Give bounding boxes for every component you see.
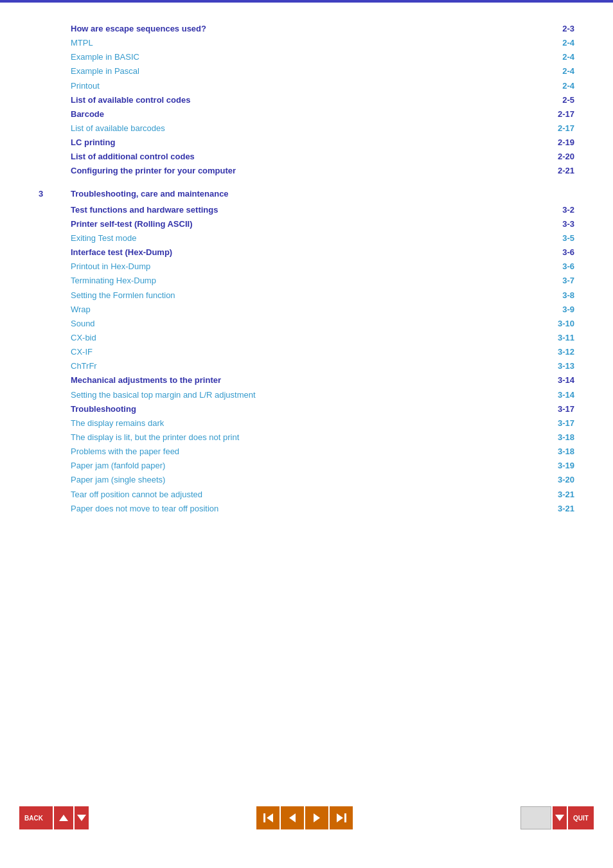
toc-page: 3-3: [536, 217, 574, 231]
toc-row[interactable]: ChTrFr3-13: [39, 359, 574, 373]
toc-row[interactable]: LC printing2-19: [39, 136, 574, 150]
toc-row[interactable]: How are escape sequences used?2-3: [39, 22, 574, 36]
toc-indent: [39, 488, 71, 502]
back-button[interactable]: BACK: [19, 806, 53, 829]
toc-label[interactable]: Barcode: [71, 107, 536, 121]
toc-row[interactable]: List of available control codes2-5: [39, 93, 574, 107]
quit-label: QUIT: [573, 815, 589, 822]
toc-row[interactable]: The display remains dark3-17: [39, 416, 574, 430]
toc-row[interactable]: MTPL2-4: [39, 36, 574, 50]
toc-page: 3-17: [536, 402, 574, 416]
toc-label[interactable]: Terminating Hex-Dump: [71, 274, 536, 288]
toc-label[interactable]: Test functions and hardware settings: [71, 203, 536, 217]
toc-indent: [39, 331, 71, 345]
toc-row[interactable]: Mechanical adjustments to the printer3-1…: [39, 373, 574, 387]
toc-row[interactable]: Exiting Test mode3-5: [39, 231, 574, 245]
toc-row[interactable]: The display is lit, but the printer does…: [39, 430, 574, 445]
toc-row[interactable]: CX-bid3-11: [39, 331, 574, 345]
toc-row[interactable]: Wrap3-9: [39, 303, 574, 317]
toc-row[interactable]: Terminating Hex-Dump3-7: [39, 274, 574, 288]
toc-page: 3-6: [536, 245, 574, 260]
toc-label[interactable]: CX-bid: [71, 331, 536, 345]
chapter3-number: 3: [39, 179, 71, 203]
toc-page: 3-21: [536, 488, 574, 502]
toc-page: 3-5: [536, 231, 574, 245]
toc-row[interactable]: Printout in Hex-Dump3-6: [39, 260, 574, 274]
first-page-button[interactable]: [256, 806, 280, 829]
toc-label[interactable]: Paper does not move to tear off position: [71, 502, 536, 516]
toc-indent: [39, 473, 71, 487]
toc-row[interactable]: Example in BASIC2-4: [39, 50, 574, 64]
toc-row[interactable]: Setting the Formlen function3-8: [39, 288, 574, 303]
toc-label[interactable]: Interface test (Hex-Dump): [71, 245, 536, 260]
toc-page: 3-17: [536, 416, 574, 430]
toc-label[interactable]: Tear off position cannot be adjusted: [71, 488, 536, 502]
toc-indent: [39, 217, 71, 231]
toc-label[interactable]: How are escape sequences used?: [71, 22, 536, 36]
toc-row[interactable]: Printer self-test (Rolling ASCII)3-3: [39, 217, 574, 231]
toc-row[interactable]: Paper jam (single sheets)3-20: [39, 473, 574, 487]
toc-label[interactable]: Exiting Test mode: [71, 231, 536, 245]
toc-page: 3-13: [536, 359, 574, 373]
scroll-up-button[interactable]: [54, 806, 73, 829]
toc-label[interactable]: CX-IF: [71, 345, 536, 359]
toc-label[interactable]: List of available barcodes: [71, 121, 536, 136]
toc-row[interactable]: Troubleshooting3-17: [39, 402, 574, 416]
toc-row[interactable]: Configuring the printer for your compute…: [39, 164, 574, 178]
toc-label[interactable]: Printer self-test (Rolling ASCII): [71, 217, 536, 231]
quit-down-arrow[interactable]: [553, 806, 567, 829]
toc-label[interactable]: ChTrFr: [71, 359, 536, 373]
toc-indent: [39, 121, 71, 136]
toc-label[interactable]: Example in Pascal: [71, 64, 536, 78]
toc-row[interactable]: CX-IF3-12: [39, 345, 574, 359]
toc-label[interactable]: List of additional control codes: [71, 150, 536, 164]
quit-button[interactable]: QUIT: [568, 806, 594, 829]
toc-label[interactable]: Setting the Formlen function: [71, 288, 536, 303]
toc-label[interactable]: Problems with the paper feed: [71, 445, 536, 459]
toc-row[interactable]: Example in Pascal2-4: [39, 64, 574, 78]
toc-label[interactable]: List of available control codes: [71, 93, 536, 107]
last-page-button[interactable]: [330, 806, 353, 829]
toc-page: 3-14: [536, 388, 574, 402]
toc-row[interactable]: Sound3-10: [39, 317, 574, 331]
toc-label[interactable]: Paper jam (single sheets): [71, 473, 536, 487]
toc-row[interactable]: Test functions and hardware settings3-2: [39, 203, 574, 217]
toc-row[interactable]: Setting the basical top margin and L/R a…: [39, 388, 574, 402]
toc-row[interactable]: Paper jam (fanfold paper)3-19: [39, 459, 574, 473]
toc-label[interactable]: Configuring the printer for your compute…: [71, 164, 536, 178]
toc-label[interactable]: Sound: [71, 317, 536, 331]
prev-page-button[interactable]: [281, 806, 304, 829]
toc-indent: [39, 79, 71, 93]
toc-row[interactable]: Printout2-4: [39, 79, 574, 93]
toc-row[interactable]: Tear off position cannot be adjusted3-21: [39, 488, 574, 502]
toc-label[interactable]: The display remains dark: [71, 416, 536, 430]
toc-indent: [39, 136, 71, 150]
page-indicator-box: [520, 806, 551, 829]
toc-page: 3-18: [536, 445, 574, 459]
toc-label[interactable]: MTPL: [71, 36, 536, 50]
toc-label[interactable]: Printout: [71, 79, 536, 93]
toc-row[interactable]: Barcode2-17: [39, 107, 574, 121]
toc-indent: [39, 459, 71, 473]
toc-label[interactable]: Paper jam (fanfold paper): [71, 459, 536, 473]
toc-page: 3-9: [536, 303, 574, 317]
toc-label[interactable]: Troubleshooting: [71, 402, 536, 416]
toc-row[interactable]: List of available barcodes2-17: [39, 121, 574, 136]
toc-label[interactable]: Mechanical adjustments to the printer: [71, 373, 536, 387]
toc-label[interactable]: Example in BASIC: [71, 50, 536, 64]
toc-row[interactable]: Interface test (Hex-Dump)3-6: [39, 245, 574, 260]
toc-label[interactable]: Printout in Hex-Dump: [71, 260, 536, 274]
toc-label[interactable]: The display is lit, but the printer does…: [71, 430, 536, 445]
toc-indent: [39, 64, 71, 78]
toc-row[interactable]: List of additional control codes2-20: [39, 150, 574, 164]
next-page-button[interactable]: [305, 806, 328, 829]
toc-label[interactable]: Setting the basical top margin and L/R a…: [71, 388, 536, 402]
center-nav-group: [256, 806, 353, 829]
toc-page: 2-21: [536, 164, 574, 178]
toc-row[interactable]: Problems with the paper feed3-18: [39, 445, 574, 459]
toc-label[interactable]: LC printing: [71, 136, 536, 150]
back-label: BACK: [24, 815, 43, 822]
toc-row[interactable]: Paper does not move to tear off position…: [39, 502, 574, 516]
toc-label[interactable]: Wrap: [71, 303, 536, 317]
scroll-down-button[interactable]: [75, 806, 89, 829]
